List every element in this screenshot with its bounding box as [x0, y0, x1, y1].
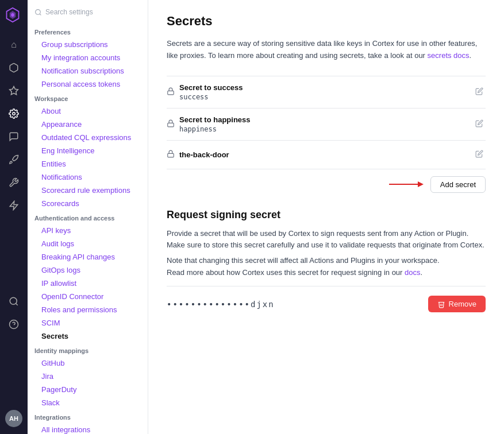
- page-title: Secrets: [167, 14, 486, 29]
- svg-point-6: [10, 297, 17, 304]
- svg-point-10: [36, 9, 41, 14]
- sidebar-item-pagerduty[interactable]: PagerDuty: [30, 383, 145, 396]
- sidebar-item-gitops-logs[interactable]: GitOps logs: [30, 264, 145, 277]
- svg-rect-13: [168, 123, 174, 126]
- sidebar-search-label: Search settings: [45, 8, 93, 16]
- sidebar-item-secrets[interactable]: Secrets: [30, 330, 145, 343]
- sidebar-item-entities[interactable]: Entities: [30, 157, 145, 170]
- lightning-nav-item[interactable]: [3, 195, 24, 216]
- home-nav-item[interactable]: ⌂: [3, 34, 24, 55]
- sidebar-section-preferences: Preferences: [28, 24, 148, 38]
- secrets-list: Secret to success success Secret to happ…: [167, 76, 486, 169]
- settings-nav-item[interactable]: [3, 103, 24, 124]
- secret-info: Secret to success success: [179, 83, 473, 101]
- svg-point-4: [13, 113, 16, 115]
- sidebar-item-audit-logs[interactable]: Audit logs: [30, 237, 145, 250]
- sidebar-item-personal-access-tokens[interactable]: Personal access tokens: [30, 78, 145, 91]
- secret-info: the-back-door: [179, 150, 473, 159]
- sidebar-section-integrations: Integrations: [28, 409, 148, 423]
- secret-row: Secret to happiness happiness: [167, 108, 486, 141]
- sidebar: Search settings Preferences Group subscr…: [28, 0, 148, 434]
- sidebar-section-auth: Authentication and access: [28, 210, 148, 224]
- secret-row: Secret to success success: [167, 76, 486, 108]
- sidebar-item-group-subscriptions[interactable]: Group subscriptions: [30, 38, 145, 51]
- secret-name: Secret to success: [179, 83, 473, 92]
- logo[interactable]: [5, 7, 23, 25]
- secret-edit-button[interactable]: [473, 85, 486, 99]
- chat-nav-item[interactable]: [3, 126, 24, 147]
- sidebar-section-identity: Identity mappings: [28, 343, 148, 356]
- tools-nav-item[interactable]: [3, 172, 24, 193]
- signing-section-title: Request signing secret: [167, 209, 486, 221]
- add-secret-row: Add secret: [167, 169, 486, 200]
- lock-icon: [167, 119, 175, 129]
- svg-line-11: [40, 14, 41, 15]
- signing-section: Request signing secret Provide a secret …: [167, 209, 486, 313]
- sidebar-item-outdated-cql[interactable]: Outdated CQL expressions: [30, 131, 145, 144]
- secret-value: success: [179, 93, 473, 101]
- main-content: Secrets Secrets are a secure way of stor…: [148, 0, 504, 434]
- signing-value-row: ••••••••••••••djxn Remove: [167, 286, 486, 312]
- help-nav-item[interactable]: [3, 314, 24, 335]
- remove-button[interactable]: Remove: [428, 296, 486, 312]
- sidebar-item-ip-allowlist[interactable]: IP allowlist: [30, 277, 145, 290]
- lock-icon: [167, 150, 175, 160]
- signing-note: Note that changing this secret will affe…: [167, 256, 486, 265]
- icon-nav: ⌂: [0, 0, 28, 434]
- svg-marker-3: [10, 87, 18, 95]
- sidebar-item-jira[interactable]: Jira: [30, 370, 145, 383]
- signing-masked-value: ••••••••••••••djxn: [167, 300, 275, 309]
- sidebar-item-github[interactable]: GitHub: [30, 356, 145, 370]
- secret-row: the-back-door: [167, 141, 486, 169]
- rocket-nav-item[interactable]: [3, 149, 24, 170]
- sidebar-item-all-integrations[interactable]: All integrations: [30, 423, 145, 434]
- sidebar-item-scorecards[interactable]: Scorecards: [30, 197, 145, 210]
- sidebar-item-my-integration[interactable]: My integration accounts: [30, 51, 145, 64]
- add-secret-button[interactable]: Add secret: [430, 176, 486, 193]
- svg-marker-5: [10, 202, 18, 210]
- sidebar-item-notifications[interactable]: Notifications: [30, 170, 145, 184]
- search-nav-item[interactable]: [3, 291, 24, 312]
- sidebar-item-slack[interactable]: Slack: [30, 396, 145, 409]
- sidebar-item-notification-subscriptions[interactable]: Notification subscriptions: [30, 64, 145, 78]
- signing-description: Provide a secret that will be used by Co…: [167, 228, 486, 252]
- sidebar-item-about[interactable]: About: [30, 104, 145, 118]
- svg-rect-12: [168, 91, 174, 94]
- svg-line-7: [16, 303, 17, 305]
- docs-link[interactable]: docs: [405, 268, 420, 277]
- sidebar-section-workspace: Workspace: [28, 91, 148, 104]
- sidebar-item-openid[interactable]: OpenID Connector: [30, 290, 145, 303]
- secret-edit-button[interactable]: [473, 148, 486, 162]
- svg-marker-16: [418, 181, 424, 187]
- sidebar-item-breaking-api[interactable]: Breaking API changes: [30, 250, 145, 264]
- secret-edit-button[interactable]: [473, 117, 486, 131]
- secrets-docs-link[interactable]: secrets docs: [428, 51, 470, 60]
- package-nav-item[interactable]: [3, 57, 24, 78]
- star-nav-item[interactable]: [3, 80, 24, 101]
- lock-icon: [167, 87, 175, 97]
- sidebar-search[interactable]: Search settings: [28, 5, 148, 20]
- sidebar-item-api-keys[interactable]: API keys: [30, 224, 145, 237]
- svg-rect-14: [168, 153, 174, 157]
- secret-name: the-back-door: [179, 150, 473, 159]
- sidebar-item-roles-permissions[interactable]: Roles and permissions: [30, 303, 145, 316]
- sidebar-item-eng-intelligence[interactable]: Eng Intelligence: [30, 144, 145, 157]
- secret-info: Secret to happiness happiness: [179, 115, 473, 133]
- secret-value: happiness: [179, 125, 473, 133]
- user-avatar[interactable]: AH: [5, 410, 22, 427]
- sidebar-item-scim[interactable]: SCIM: [30, 316, 145, 330]
- signing-read-more: Read more about how Cortex uses this sec…: [167, 268, 486, 277]
- sidebar-item-scorecard-rule-exemptions[interactable]: Scorecard rule exemptions: [30, 184, 145, 197]
- page-description: Secrets are a secure way of storing sens…: [167, 38, 486, 62]
- arrow-indicator: [389, 179, 424, 190]
- sidebar-item-appearance[interactable]: Appearance: [30, 118, 145, 131]
- secret-name: Secret to happiness: [179, 115, 473, 124]
